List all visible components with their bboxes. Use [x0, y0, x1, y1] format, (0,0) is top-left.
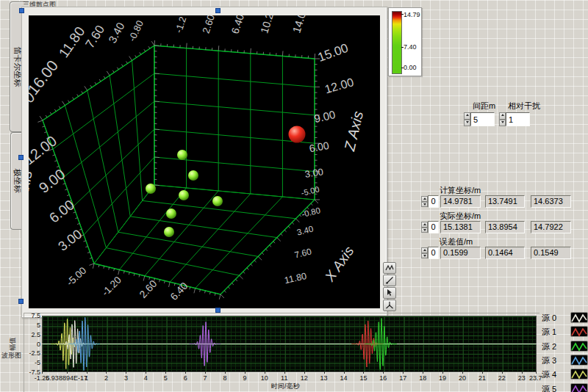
decor: [112, 70, 114, 73]
decor: [43, 46, 154, 120]
x-tick-mark: [284, 371, 285, 374]
array-index-field[interactable]: 0: [428, 195, 439, 208]
decor: [251, 48, 251, 54]
decor: [104, 76, 105, 79]
increment-button[interactable]: [421, 247, 428, 253]
decor: [129, 57, 132, 61]
decor: [194, 288, 196, 294]
edit-tool-button[interactable]: [383, 275, 396, 286]
decor: [37, 120, 43, 122]
spacing-spinner[interactable]: [464, 112, 470, 126]
color-scale-min: 0.00: [404, 64, 421, 71]
increment-button[interactable]: [421, 196, 428, 202]
x-tick-mark: [344, 371, 345, 374]
pointer-tool-button[interactable]: [383, 287, 396, 299]
decor: [311, 203, 312, 205]
increment-button[interactable]: [464, 112, 470, 120]
decor: [140, 52, 141, 54]
legend-line-icon: [571, 356, 587, 366]
decor: [254, 261, 256, 262]
decor: [67, 195, 69, 195]
legend-item[interactable]: 源 3: [542, 355, 588, 367]
decrement-button[interactable]: [421, 228, 428, 233]
spacing-input[interactable]: [470, 112, 495, 126]
decor: [170, 194, 251, 282]
array-index-field[interactable]: 0: [428, 221, 439, 233]
x-tick-mark: [502, 371, 503, 374]
decor: [53, 155, 55, 156]
decor: [129, 272, 129, 275]
decor: [77, 223, 79, 224]
decor: [164, 281, 165, 283]
z_left-tick-label: 9.00: [36, 166, 68, 196]
decor: [154, 46, 159, 46]
y-tick-label: -2.5: [24, 349, 40, 357]
decor: [154, 129, 159, 130]
data-point-green: [212, 196, 223, 206]
array-index-spinner[interactable]: [421, 247, 428, 258]
array-label: 计算坐标/m: [440, 185, 481, 196]
decrement-button[interactable]: [464, 120, 470, 127]
legend-item[interactable]: 源 2: [542, 341, 588, 353]
decor: [143, 276, 145, 281]
legend-item[interactable]: 源 1: [542, 326, 588, 338]
x-tick-mark: [146, 371, 146, 374]
legend-label: 源 2: [542, 341, 556, 352]
waveform-traces: [42, 316, 537, 372]
interference-input[interactable]: [506, 112, 530, 126]
decor: [54, 109, 56, 112]
x-tick-mark: [126, 371, 126, 374]
y_top-tick-label: 2.60: [201, 15, 217, 35]
decor: [77, 94, 79, 96]
z_left-tick-label: 12.00: [29, 132, 60, 167]
decrement-button[interactable]: [421, 253, 428, 259]
decor: [265, 249, 267, 250]
x-tick-mark: [482, 371, 483, 374]
decor: [154, 40, 155, 46]
x_right-tick-label: -5.00: [300, 184, 320, 197]
interference-spinner[interactable]: [499, 112, 506, 126]
decor: [218, 46, 219, 51]
waveform-legend: 源 0源 1源 2源 3源 4源 5: [542, 312, 588, 392]
decor: [87, 252, 90, 253]
legend-swatch: [570, 341, 588, 352]
x_right-tick-label: 3.40: [295, 223, 315, 236]
y-axis-name: Y Axis: [29, 170, 35, 213]
decor: [144, 49, 146, 51]
legend-line-icon: [571, 342, 587, 352]
data-point-green: [177, 150, 187, 160]
plot-mode-button[interactable]: [383, 262, 396, 274]
rotate-3d-button[interactable]: [383, 300, 396, 311]
decor: [154, 73, 315, 87]
decor: [386, 282, 387, 283]
y-tick-label: 5: [24, 322, 40, 329]
decrement-button[interactable]: [421, 202, 428, 208]
decor: [93, 264, 94, 269]
array-index-field[interactable]: 0: [428, 247, 439, 259]
legend-item[interactable]: 源 4: [542, 369, 588, 381]
decrement-button[interactable]: [499, 120, 506, 127]
y-tick-label: 0: [24, 341, 40, 348]
decor: [187, 43, 187, 48]
legend-swatch: [570, 383, 588, 392]
increment-button[interactable]: [499, 112, 506, 120]
increment-button[interactable]: [421, 222, 428, 228]
decor: [240, 275, 243, 279]
x-tick-mark: [165, 371, 166, 374]
scatter3d-plot-area[interactable]: -0.803.407.6011.8016.00-1.22.606.4010.21…: [29, 15, 380, 308]
array-value-cell: 14.6373: [531, 195, 571, 208]
array-index-spinner[interactable]: [421, 196, 428, 207]
waveform-trace: [190, 322, 221, 366]
array-value-cell: 14.7922: [531, 221, 571, 233]
legend-item[interactable]: 源 0: [542, 312, 588, 324]
array-index-spinner[interactable]: [421, 222, 428, 233]
legend-item[interactable]: 源 5: [542, 383, 588, 392]
array-value-cell: 15.1381: [440, 221, 481, 233]
legend-swatch: [570, 355, 588, 366]
decor: [284, 230, 286, 231]
x-tick-mark: [265, 371, 265, 374]
z_right-tick-label: 12.00: [323, 76, 355, 95]
decor: [200, 289, 201, 291]
decor: [386, 266, 393, 270]
y-tick-label: 7.5: [24, 312, 40, 319]
